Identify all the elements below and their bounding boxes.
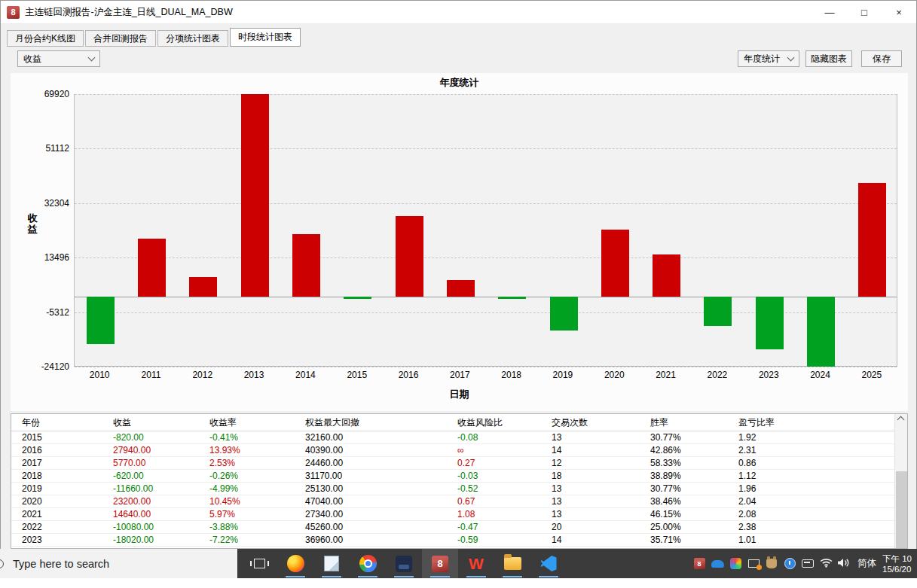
x-tick-label: 2016 [383,369,434,381]
chart-panel: 年度统计 收益 69920511123230413496-5312-24120 … [11,73,908,411]
x-tick-label: 2012 [177,369,228,381]
tray-pet-icon [766,559,777,568]
table-cell: 13 [552,496,650,507]
save-button[interactable]: 保存 [861,50,902,67]
tab-item-statistics-charts[interactable]: 分项统计图表 [157,30,228,47]
minimize-button[interactable]: — [812,1,847,23]
chrome-icon [359,555,377,572]
bar-2025 [858,183,886,297]
close-button[interactable]: × [882,1,916,23]
table-row[interactable]: 20175770.002.53%24460.000.271258.33%0.86 [11,457,907,470]
bar-2014 [292,234,320,297]
table-cell: 2018 [22,471,113,481]
table-cell: 13.93% [209,445,305,455]
wifi-icon [820,558,833,570]
table-cell: 2021 [22,509,113,519]
y-tick-label: 13496 [11,251,69,264]
vscode-icon [541,556,557,571]
taskbar-dark-app[interactable] [386,549,422,578]
maximize-button[interactable]: □ [847,1,882,23]
metric-dropdown[interactable]: 收益 [17,50,100,67]
scrollbar-thumb[interactable] [896,471,907,548]
x-tick-label: 2014 [280,369,331,381]
tray-clock[interactable] [781,558,799,569]
y-tick-label: -24120 [11,361,69,373]
taskbar-apps: 8W [241,549,567,578]
results-table: 年份收益收益率权益最大回撤收益风险比交易次数胜率盈亏比率 2015-820.00… [11,413,908,549]
tray-color-app[interactable] [726,558,744,569]
window-title: 主连链回测报告-沪金主连_日线_DUAL_MA_DBW [25,6,233,19]
table-row[interactable]: 202114640.005.97%27340.001.081346.15%2.0… [11,508,907,521]
taskbar-notepad[interactable] [313,549,350,578]
table-cell: -0.59 [457,535,552,545]
table-cell: -0.41% [209,432,305,443]
tab-bar: 月份合约K线图合并回测报告分项统计图表时段统计图表 [7,28,302,47]
x-tick-label: 2024 [794,369,845,381]
tray-ime[interactable] [799,559,817,568]
column-header: 权益最大回撤 [305,416,457,429]
taskbar-clock[interactable]: 下午 10 15/6/20 [882,553,917,574]
gridline [75,367,897,367]
table-row[interactable]: 2018-620.00-0.26%31170.00-0.031838.89%1.… [11,470,907,483]
column-header: 收益率 [209,416,305,429]
gridline [75,148,897,149]
bar-2013 [241,94,269,297]
bar-2011 [138,239,166,297]
x-tick-label: 2019 [537,369,588,381]
table-cell: -0.52 [457,483,552,494]
table-scrollbar[interactable] [894,414,907,548]
tab-period-statistics-charts[interactable]: 时段统计图表 [230,28,301,47]
x-axis-ticks: 2010201120122013201420152016201720182019… [74,369,897,381]
taskbar-chrome[interactable] [350,549,386,578]
table-row[interactable]: 202023200.0010.45%47040.000.671338.46%2.… [11,495,907,508]
table-row[interactable]: 2022-10080.00-3.88%45260.00-0.472025.00%… [11,521,907,534]
ime-indicator[interactable]: 简体 [857,557,876,570]
x-tick-label: 2018 [486,369,537,381]
metric-dropdown-value: 收益 [23,53,41,66]
tray-pet[interactable] [763,559,781,568]
period-dropdown[interactable]: 年度统计 [738,50,799,67]
table-cell: 40390.00 [305,445,457,455]
taskbar-task-view[interactable] [241,549,277,578]
table-cell: -7.22% [209,535,305,545]
table-row[interactable]: 2019-11660.00-4.99%25130.00-0.521330.77%… [11,483,907,495]
taskbar-search[interactable]: Type here to search [0,549,238,578]
tray-wifi[interactable] [817,558,835,570]
table-cell: -0.08 [457,432,552,443]
tray-screen-cast[interactable] [744,559,763,568]
bar-2010 [87,297,115,343]
title-bar: 8 主连链回测报告-沪金主连_日线_DUAL_MA_DBW — □ × [1,1,916,24]
table-row[interactable]: 2015-820.00-0.41%32160.00-0.081330.77%1.… [11,431,907,444]
tray-app-8[interactable]: 8 [690,558,708,569]
table-cell: 31170.00 [305,471,457,481]
file-explorer-icon [504,557,521,570]
table-cell: 14640.00 [113,509,209,519]
taskbar-app-8[interactable]: 8 [422,549,458,578]
taskbar-firefox[interactable] [277,549,313,578]
table-cell: 20 [552,522,650,532]
taskbar-vscode[interactable] [530,549,567,578]
taskbar-wps[interactable]: W [458,549,494,578]
running-indicator [503,576,522,577]
tray-onedrive[interactable] [708,560,726,568]
table-cell: 5.97% [209,509,305,519]
wps-icon: W [469,555,484,572]
table-cell: 30.77% [650,483,738,494]
hide-chart-button[interactable]: 隐藏图表 [805,50,852,67]
column-header: 年份 [22,416,113,429]
bar-2019 [550,297,578,331]
y-tick-label: 51112 [11,142,69,154]
table-row[interactable]: 2023-18020.00-7.22%36960.00-0.591435.71%… [11,534,907,547]
toolbar: 收益 年度统计 隐藏图表 保存 [1,47,916,72]
table-row[interactable]: 201627940.0013.93%40390.00∞1442.86%2.31 [11,444,907,457]
scroll-up-icon[interactable] [897,416,905,424]
table-cell: 2.38 [738,522,889,532]
windows-taskbar: Type here to search 8W 8 简体 下午 10 15/6/2… [0,549,917,578]
table-cell: -18020.00 [113,535,209,545]
task-view-icon [254,559,265,568]
tray-volume[interactable] [835,558,853,570]
taskbar-file-explorer[interactable] [494,549,530,578]
tab-merged-backtest-report[interactable]: 合并回测报告 [85,30,156,47]
tab-month-contract-kline[interactable]: 月份合约K线图 [7,30,84,47]
gridline [75,94,897,95]
